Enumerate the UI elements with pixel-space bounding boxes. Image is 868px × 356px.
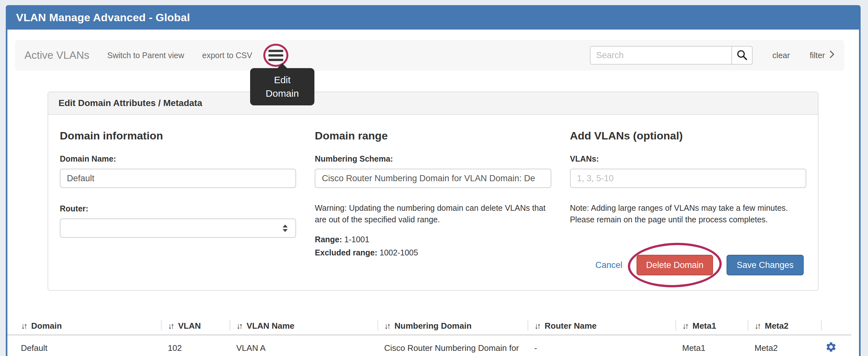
sort-icon: ↓↑ bbox=[682, 321, 687, 331]
gear-icon bbox=[825, 349, 837, 354]
cell-router-name: - bbox=[527, 335, 675, 356]
table-header-row: ↓↑ Domain ↓↑ VLAN ↓↑ VLAN Name ↓↑ Number… bbox=[7, 317, 851, 335]
domain-name-label: Domain Name: bbox=[60, 154, 296, 164]
panel-actions: Cancel Delete Domain Save Changes bbox=[595, 255, 804, 276]
add-vlans-section: Add VLANs (optional) VLANs: Note: Adding… bbox=[570, 129, 806, 257]
row-settings-button[interactable] bbox=[825, 341, 837, 354]
save-changes-button[interactable]: Save Changes bbox=[726, 255, 804, 276]
range-value: 1-1001 bbox=[344, 235, 369, 244]
table-header-router-name[interactable]: ↓↑ Router Name bbox=[527, 317, 675, 334]
table-header-vlan-name[interactable]: ↓↑ VLAN Name bbox=[229, 317, 377, 334]
search-button[interactable] bbox=[732, 46, 752, 65]
range-warning-text: Warning: Updating the numbering domain c… bbox=[315, 202, 551, 225]
active-vlans-heading: Active VLANs bbox=[25, 49, 89, 61]
range-line: Range: 1-1001 bbox=[315, 235, 551, 244]
table-header-actions bbox=[821, 317, 851, 334]
clear-button[interactable]: clear bbox=[773, 51, 790, 60]
table-header-numbering-domain[interactable]: ↓↑ Numbering Domain bbox=[377, 317, 527, 334]
vlans-note-text: Note: Adding large ranges of VLANs may t… bbox=[570, 202, 806, 225]
numbering-schema-input[interactable] bbox=[315, 169, 551, 188]
excluded-range-value: 1002-1005 bbox=[380, 248, 418, 257]
hamburger-icon bbox=[269, 50, 283, 52]
router-label: Router: bbox=[60, 204, 296, 213]
table-header-domain[interactable]: ↓↑ Domain bbox=[7, 317, 161, 334]
vlans-label: VLANs: bbox=[570, 154, 806, 164]
cell-vlan: 102 bbox=[161, 335, 229, 356]
sort-icon: ↓↑ bbox=[754, 321, 760, 331]
section-heading: Domain range bbox=[315, 129, 551, 142]
search-group: clear filter bbox=[590, 46, 835, 65]
cell-domain: Default bbox=[7, 335, 161, 356]
sort-icon: ↓↑ bbox=[534, 321, 539, 331]
app-header: VLAN Manage Advanced - Global bbox=[6, 5, 861, 30]
cell-meta2: Meta2 bbox=[747, 335, 821, 356]
cell-numbering-domain: Cisco Router Numbering Domain for … bbox=[377, 335, 527, 356]
table-row: Default 102 VLAN A Cisco Router Numberin… bbox=[7, 335, 851, 356]
range-label: Range: bbox=[315, 235, 342, 244]
domain-name-input[interactable] bbox=[60, 169, 296, 188]
delete-domain-button[interactable]: Delete Domain bbox=[637, 255, 713, 276]
numbering-schema-label: Numbering Schema: bbox=[315, 154, 551, 164]
cell-vlan-name: VLAN A bbox=[229, 335, 377, 356]
export-csv-link[interactable]: export to CSV bbox=[202, 51, 252, 60]
toolbar: Active VLANs Switch to Parent view expor… bbox=[15, 40, 844, 71]
domain-range-section: Domain range Numbering Schema: Warning: … bbox=[315, 129, 551, 257]
switch-parent-view-link[interactable]: Switch to Parent view bbox=[107, 51, 184, 60]
filter-button[interactable]: filter bbox=[810, 50, 835, 61]
chevron-right-icon bbox=[830, 50, 835, 61]
sort-icon: ↓↑ bbox=[21, 321, 26, 331]
cell-meta1: Meta1 bbox=[675, 335, 747, 356]
search-icon bbox=[737, 50, 747, 61]
edit-domain-tooltip: Edit Domain bbox=[250, 68, 314, 105]
cancel-button[interactable]: Cancel bbox=[595, 260, 622, 270]
router-select[interactable] bbox=[60, 219, 296, 238]
sort-icon: ↓↑ bbox=[384, 321, 389, 331]
sort-icon: ↓↑ bbox=[168, 321, 173, 331]
table-header-meta2[interactable]: ↓↑ Meta2 bbox=[747, 317, 821, 334]
domain-information-section: Domain information Domain Name: Router: bbox=[60, 129, 296, 257]
table-header-vlan[interactable]: ↓↑ VLAN bbox=[161, 317, 229, 334]
excluded-range-label: Excluded range: bbox=[315, 248, 377, 257]
table-header-meta1[interactable]: ↓↑ Meta1 bbox=[675, 317, 747, 334]
select-arrows-icon bbox=[283, 225, 288, 232]
search-input[interactable] bbox=[590, 46, 732, 65]
vlans-input[interactable] bbox=[570, 169, 806, 188]
page-title: VLAN Manage Advanced - Global bbox=[16, 11, 190, 24]
section-heading: Add VLANs (optional) bbox=[570, 129, 806, 142]
section-heading: Domain information bbox=[60, 129, 296, 142]
sort-icon: ↓↑ bbox=[236, 321, 242, 331]
panel-title: Edit Domain Attributes / Metadata bbox=[48, 92, 818, 115]
excluded-range-line: Excluded range: 1002-1005 bbox=[315, 248, 551, 257]
edit-domain-menu-button[interactable] bbox=[267, 46, 285, 64]
vlan-table: ↓↑ Domain ↓↑ VLAN ↓↑ VLAN Name ↓↑ Number… bbox=[7, 317, 851, 356]
edit-domain-panel: Edit Domain Attributes / Metadata Domain… bbox=[48, 92, 818, 291]
panel-body: Domain information Domain Name: Router: … bbox=[48, 115, 818, 257]
